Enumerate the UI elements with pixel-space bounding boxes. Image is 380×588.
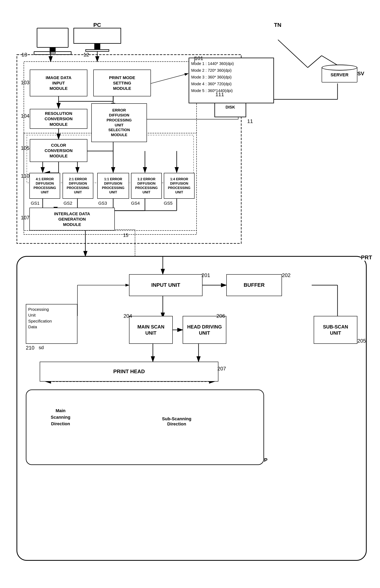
mode4: Mode 4 : 360* 720(dpi) [191,81,271,87]
gs4-label: GS4 [131,201,140,206]
diagram-container: PC 13 12 TN SV SERVER HARD DISK 11 Mode … [0,0,380,588]
ref-15: 15 [123,232,129,238]
ed21-label: 2:1 ERROR DIFFUSION PROCESSING UNIT [67,177,89,195]
ref-204: 204 [123,313,132,319]
ed-4-1-unit: 4:1 ERROR DIFFUSION PROCESSING UNIT [29,173,60,199]
ref-205: 205 [357,338,366,344]
interlace-label: INTERLACE DATA GENERATION MODULE [54,211,90,227]
ref-107: 107 [21,215,29,221]
main-scanning-label: Main Scanning Direction [39,407,82,427]
ed12-label: 1:2 ERROR DIFFUSION PROCESSING UNIT [135,177,158,195]
ed-1-4-unit: 1:4 ERROR DIFFUSION PROCESSING UNIT [164,173,195,199]
ed-1-2-unit: 1:2 ERROR DIFFUSION PROCESSING UNIT [131,173,162,199]
ref-104: 104 [21,113,29,119]
mode5: Mode 5 : 360*1440(dpi) [191,87,271,94]
sd-label: sd [39,345,44,350]
ref-111: 111 [215,91,224,98]
main-scan-label: MAIN SCAN UNIT [137,324,164,336]
input-unit-label: INPUT UNIT [151,282,180,288]
sub-scanning-label: Sub-Scanning Direction [155,416,199,427]
mode2: Mode 2 : 720* 360(dpi) [191,67,271,74]
interlace-data-module: INTERLACE DATA GENERATION MODULE [29,208,115,230]
buffer-box: BUFFER [226,274,282,296]
ed-1-1-unit: 1:1 ERROR DIFFUSION PROCESSING UNIT [97,173,129,199]
ed41-label: 4:1 ERROR DIFFUSION PROCESSING UNIT [34,177,56,195]
mode1: Mode 1 : 1440* 360(dpi) [191,60,271,67]
gs2-label: GS2 [63,201,72,206]
pc-label: PC [93,22,101,28]
mode3: Mode 3 : 360* 360(dpi) [191,74,271,81]
ed11-label: 1:1 ERROR DIFFUSION PROCESSING UNIT [102,177,124,195]
print-mode-setting-module: PRINT MODE SETTING MODULE [93,70,151,96]
ed-2-1-unit: 2:1 ERROR DIFFUSION PROCESSING UNIT [62,173,93,199]
sub-scan-label: SUB-SCAN UNIT [323,324,348,336]
ref-12: 12 [83,52,89,58]
print-head-label: PRINT HEAD [113,368,145,375]
ref-201: 201 [202,272,210,278]
svg-line-62 [151,74,188,83]
ref-11: 11 [247,118,253,124]
ref-206: 206 [216,313,225,319]
input-unit: INPUT UNIT [129,274,203,296]
ref-103: 103 [21,80,29,86]
server-label: SERVER [331,72,348,78]
paper-area [26,389,264,465]
print-mode-label: PRINT MODE SETTING MODULE [109,75,135,91]
modes-box: Mode 1 : 1440* 360(dpi) Mode 2 : 720* 36… [189,58,274,103]
buffer-label: BUFFER [244,282,265,288]
gs5-label: GS5 [164,201,172,206]
color-conversion-module: COLOR CONVERSION MODULE [30,139,87,162]
gs3-label: GS3 [98,201,107,206]
ref-110: 110 [21,173,29,179]
color-conversion-label: COLOR CONVERSION MODULE [44,142,73,159]
monitor-unit [33,28,73,52]
ref-202: 202 [282,272,290,278]
prt-label: PRT [361,254,372,261]
gs1-label: GS1 [31,201,39,206]
proc-spec-label: Processing Unit Specification Data [28,307,52,329]
ref-13: 13 [21,52,27,58]
ref-105: 105 [21,145,29,151]
monitor-12 [74,28,121,44]
sv-label: SV [357,71,364,77]
head-driving-label: HEAD DRIVING UNIT [187,324,222,336]
main-scan-unit: MAIN SCAN UNIT [129,316,173,344]
tn-label: TN [274,22,281,28]
image-data-input-module: IMAGE DATA INPUT MODULE [30,70,87,96]
ref-207: 207 [217,366,226,372]
ref-101: 101 [195,55,203,61]
svg-line-50 [278,40,308,68]
error-diffusion-selection-module: ERROR DIFFUSION PROCESSING UNIT SELECTIO… [91,103,147,142]
svg-line-51 [308,56,322,68]
processing-spec-box: Processing Unit Specification Data [26,304,77,344]
error-diffusion-sel-label: ERROR DIFFUSION PROCESSING UNIT SELECTIO… [107,108,132,137]
resolution-label: RESOLUTION CONVERSION MODULE [44,111,73,127]
print-head-box: PRINT HEAD [40,362,218,382]
ed14-label: 1:4 ERROR DIFFUSION PROCESSING UNIT [168,177,190,195]
sub-scan-unit: SUB-SCAN UNIT [314,316,357,344]
resolution-conversion-module: RESOLUTION CONVERSION MODULE [30,109,87,129]
ref-210: 210 [26,345,34,351]
head-driving-unit: HEAD DRIVING UNIT [183,316,226,344]
image-data-label: IMAGE DATA INPUT MODULE [46,75,72,91]
p-label: P [264,457,267,463]
